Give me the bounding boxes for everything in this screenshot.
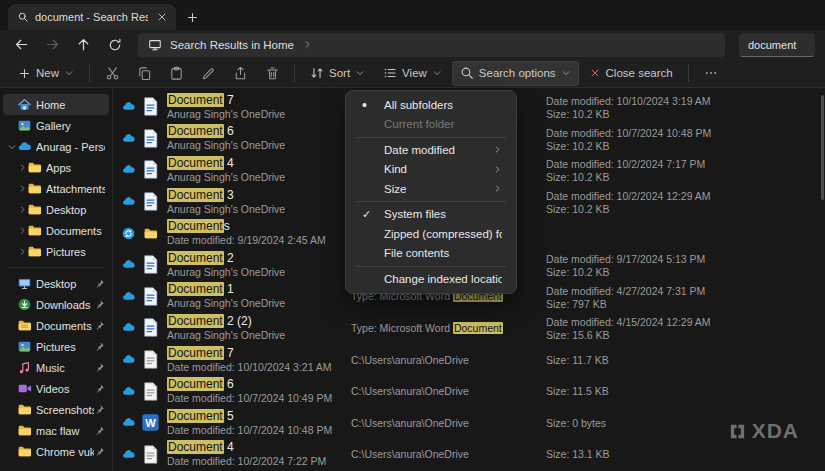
chevron-right-icon[interactable] — [17, 184, 27, 193]
forward-button[interactable] — [39, 32, 66, 57]
search-match-highlight: Document — [167, 124, 224, 138]
menu-item-size[interactable]: Size — [350, 179, 512, 199]
breadcrumb[interactable]: Search Results in Home — [170, 39, 294, 51]
file-meta: Document 1 Anurag Singh's OneDrive — [167, 283, 285, 309]
chevron-right-icon[interactable] — [17, 163, 27, 172]
menu-item-change-indexed-locations[interactable]: Change indexed locations — [350, 269, 512, 289]
menu-item-label: Size — [384, 183, 487, 195]
see-more-button[interactable] — [696, 61, 726, 86]
file-size: Size: 13.1 KB — [546, 448, 610, 461]
cut-button[interactable] — [97, 61, 127, 86]
menu-item-file-contents[interactable]: File contents — [350, 244, 512, 264]
sidebar-item-screenshots[interactable]: Screenshots — [3, 399, 109, 420]
sidebar-item-chrome-vuk[interactable]: Chrome vuk — [3, 441, 109, 462]
explorer-tab[interactable]: document - Search Results in I — [8, 4, 176, 30]
back-button[interactable] — [8, 32, 35, 57]
file-details-column: Date modified: 10/2/2024 12:29 AMSize: 1… — [546, 190, 711, 216]
sidebar-item-apps[interactable]: Apps — [13, 157, 109, 178]
sidebar-item-documents[interactable]: Documents — [3, 315, 109, 336]
plus-icon — [18, 67, 31, 80]
folder-icon — [27, 160, 42, 175]
wordapp-icon: W — [140, 412, 161, 433]
search-input[interactable] — [739, 33, 815, 57]
sidebar-item-documents[interactable]: Documents — [13, 220, 109, 241]
menu-item-all-subfolders[interactable]: •All subfolders — [350, 95, 512, 115]
gallery-icon — [17, 118, 32, 133]
file-middle-column: C:\Users\anura\OneDrive — [351, 385, 469, 397]
sort-button-label: Sort — [329, 67, 350, 79]
copy-button[interactable] — [129, 61, 159, 86]
new-button[interactable]: New — [10, 61, 82, 86]
chevron-down-icon — [64, 68, 74, 78]
sidebar-item-videos[interactable]: Videos — [3, 378, 109, 399]
sidebar-item-anurag-person[interactable]: Anurag - Person — [3, 136, 109, 157]
search-options-menu: •All subfoldersCurrent folderDate modifi… — [345, 90, 517, 294]
sort-button[interactable]: Sort — [302, 61, 373, 86]
music-icon — [17, 360, 32, 375]
delete-button[interactable] — [257, 61, 287, 86]
sidebar-item-pictures[interactable]: Pictures — [13, 241, 109, 262]
command-bar: New Sort View Search options Close searc — [0, 59, 825, 88]
xda-watermark-text: XDA — [752, 419, 799, 443]
view-icon — [383, 66, 397, 80]
chevron-right-icon[interactable] — [17, 247, 27, 256]
file-name: Document 2 — [167, 252, 285, 265]
new-tab-button[interactable] — [180, 6, 204, 28]
share-button[interactable] — [225, 61, 255, 86]
sidebar-item-pictures[interactable]: Pictures — [3, 336, 109, 357]
file-date-modified: Date modified: 4/27/2024 7:31 PM — [546, 285, 705, 298]
menu-item-zipped-compressed-folders[interactable]: Zipped (compressed) folders — [350, 224, 512, 244]
xda-logo-icon — [728, 422, 747, 441]
file-size: Size: 11.5 KB — [546, 385, 609, 398]
file-subtitle: Anurag Singh's OneDrive — [167, 139, 285, 151]
up-icon — [76, 37, 91, 52]
tab-close-icon[interactable] — [154, 9, 170, 25]
sidebar-item-label: Videos — [36, 383, 94, 395]
file-row[interactable]: Document 4 Date modified: 10/2/2024 7:22… — [114, 439, 825, 471]
pin-icon — [94, 341, 105, 352]
refresh-button[interactable] — [101, 32, 128, 57]
paste-button[interactable] — [161, 61, 191, 86]
sidebar-item-label: Music — [36, 362, 94, 374]
menu-item-date-modified[interactable]: Date modified — [350, 140, 512, 160]
sidebar-item-music[interactable]: Music — [3, 357, 109, 378]
address-bar[interactable]: Search Results in Home — [138, 33, 725, 57]
sidebar-item-desktop[interactable]: Desktop — [13, 199, 109, 220]
chevron-down-icon[interactable] — [7, 142, 17, 152]
file-size: Size: 10.2 KB — [546, 203, 711, 216]
sidebar-item-home[interactable]: Home — [3, 94, 109, 115]
search-match-highlight: Document — [167, 314, 224, 328]
view-button[interactable]: View — [375, 61, 450, 86]
folder-icon — [140, 223, 161, 244]
sidebar-item-mac-flaw[interactable]: mac flaw — [3, 420, 109, 441]
file-subtitle: Anurag Singh's OneDrive — [167, 171, 285, 183]
chevron-right-icon[interactable] — [17, 205, 27, 214]
search-options-button[interactable]: Search options — [452, 61, 579, 86]
file-row[interactable]: W Document 5 Date modified: 10/7/2024 10… — [114, 407, 825, 439]
sidebar-item-label: Gallery — [36, 120, 105, 132]
menu-item-kind[interactable]: Kind — [350, 160, 512, 180]
chevron-right-icon[interactable] — [302, 39, 313, 50]
file-row[interactable]: Document 7 Date modified: 10/10/2024 3:2… — [114, 344, 825, 376]
file-subtitle: Anurag Singh's OneDrive — [167, 203, 285, 215]
file-meta: Document 6 Date modified: 10/7/2024 10:4… — [167, 378, 332, 404]
sidebar-item-desktop[interactable]: Desktop — [3, 273, 109, 294]
close-search-button[interactable]: Close search — [581, 61, 681, 86]
rename-button[interactable] — [193, 61, 223, 86]
file-subtitle: Date modified: 9/19/2024 2:45 AM — [167, 234, 326, 246]
menu-separator — [356, 201, 506, 202]
up-button[interactable] — [70, 32, 97, 57]
file-name: Document 7 — [167, 347, 332, 360]
file-subtitle: Anurag Singh's OneDrive — [167, 297, 285, 309]
radio-bullet-icon: • — [362, 100, 384, 110]
cloud-status-icon — [119, 415, 137, 430]
sidebar-item-attachments[interactable]: Attachments — [13, 178, 109, 199]
menu-item-system-files[interactable]: ✓System files — [350, 205, 512, 225]
file-row[interactable]: Document 6 Date modified: 10/7/2024 10:4… — [114, 375, 825, 407]
sidebar-item-downloads[interactable]: Downloads — [3, 294, 109, 315]
file-row[interactable]: Document 2 (2) Anurag Singh's OneDrive T… — [114, 312, 825, 344]
sidebar-item-label: Desktop — [46, 204, 105, 216]
chevron-right-icon[interactable] — [17, 226, 27, 235]
sidebar-item-gallery[interactable]: Gallery — [3, 115, 109, 136]
chevron-right-icon — [493, 184, 502, 193]
